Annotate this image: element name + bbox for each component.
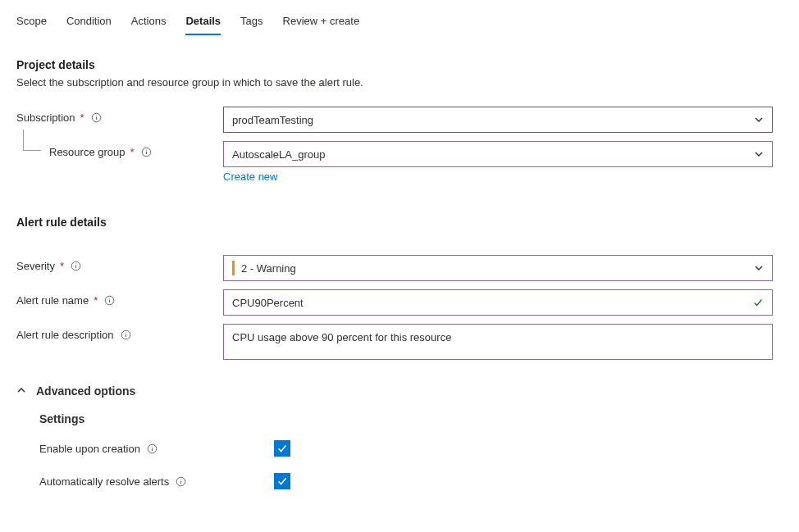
alert-name-row: Alert rule name * CPU90Percent <box>16 289 783 316</box>
project-details-desc: Select the subscription and resource gro… <box>16 76 783 89</box>
tab-scope[interactable]: Scope <box>16 10 47 35</box>
info-icon[interactable] <box>141 147 152 157</box>
tab-details[interactable]: Details <box>185 10 221 35</box>
tab-actions[interactable]: Actions <box>131 10 167 35</box>
tab-condition[interactable]: Condition <box>66 10 112 35</box>
info-icon[interactable] <box>176 476 186 487</box>
tab-review[interactable]: Review + create <box>283 10 360 35</box>
resource-group-row: Resource group * AutoscaleLA_group Creat… <box>16 141 783 183</box>
enable-upon-creation-row: Enable upon creation <box>39 440 783 457</box>
required-indicator: * <box>130 146 135 158</box>
subscription-select[interactable]: prodTeamTesting <box>223 107 773 133</box>
required-indicator: * <box>94 294 98 307</box>
info-icon[interactable] <box>104 295 115 306</box>
svg-point-8 <box>75 263 76 264</box>
info-icon[interactable] <box>147 443 158 454</box>
required-indicator: * <box>80 111 84 124</box>
tabs: Scope Condition Actions Details Tags Rev… <box>0 0 799 35</box>
resource-group-select[interactable]: AutoscaleLA_group <box>223 141 773 167</box>
alert-name-input[interactable]: CPU90Percent <box>223 289 773 316</box>
chevron-down-icon <box>754 115 764 125</box>
auto-resolve-label: Automatically resolve alerts <box>39 475 169 488</box>
auto-resolve-row: Automatically resolve alerts <box>39 473 783 489</box>
svg-point-17 <box>152 446 153 447</box>
info-icon[interactable] <box>71 261 81 271</box>
chevron-down-icon <box>754 149 764 159</box>
auto-resolve-checkbox[interactable] <box>274 473 290 489</box>
alert-desc-input[interactable]: CPU usage above 90 percent for this reso… <box>223 324 773 360</box>
enable-upon-creation-checkbox[interactable] <box>274 440 290 457</box>
advanced-options-toggle[interactable]: Advanced options <box>16 384 783 398</box>
severity-label: Severity <box>16 260 55 272</box>
severity-row: Severity * 2 - Warning <box>16 255 783 281</box>
project-details-heading: Project details <box>16 58 783 71</box>
settings-heading: Settings <box>39 412 783 425</box>
enable-upon-creation-label: Enable upon creation <box>39 443 140 455</box>
svg-point-5 <box>146 149 147 150</box>
subscription-row: Subscription * prodTeamTesting <box>16 107 783 133</box>
alert-desc-row: Alert rule description CPU usage above 9… <box>16 324 783 360</box>
svg-point-20 <box>180 479 181 480</box>
chevron-up-icon <box>16 385 26 398</box>
alert-desc-value: CPU usage above 90 percent for this reso… <box>232 331 451 343</box>
resource-group-value: AutoscaleLA_group <box>232 148 754 161</box>
info-icon[interactable] <box>121 330 131 340</box>
create-new-link[interactable]: Create new <box>223 171 277 183</box>
severity-indicator <box>232 261 235 275</box>
svg-point-14 <box>126 332 126 333</box>
checkmark-icon <box>752 297 764 308</box>
chevron-down-icon <box>754 263 764 273</box>
subscription-value: prodTeamTesting <box>232 114 754 126</box>
subscription-label: Subscription <box>16 111 75 124</box>
severity-select[interactable]: 2 - Warning <box>223 255 773 281</box>
advanced-options-title: Advanced options <box>36 384 135 398</box>
svg-point-2 <box>96 115 97 116</box>
alert-desc-label: Alert rule description <box>16 329 114 341</box>
tab-tags[interactable]: Tags <box>240 10 263 35</box>
alert-name-value: CPU90Percent <box>232 297 304 309</box>
resource-group-label: Resource group <box>49 146 126 158</box>
alert-rule-heading: Alert rule details <box>16 216 783 229</box>
severity-value: 2 - Warning <box>241 262 754 275</box>
alert-name-label: Alert rule name <box>16 294 89 307</box>
tree-connector <box>23 130 41 151</box>
info-icon[interactable] <box>91 112 102 123</box>
svg-point-11 <box>109 298 110 298</box>
required-indicator: * <box>60 260 64 272</box>
